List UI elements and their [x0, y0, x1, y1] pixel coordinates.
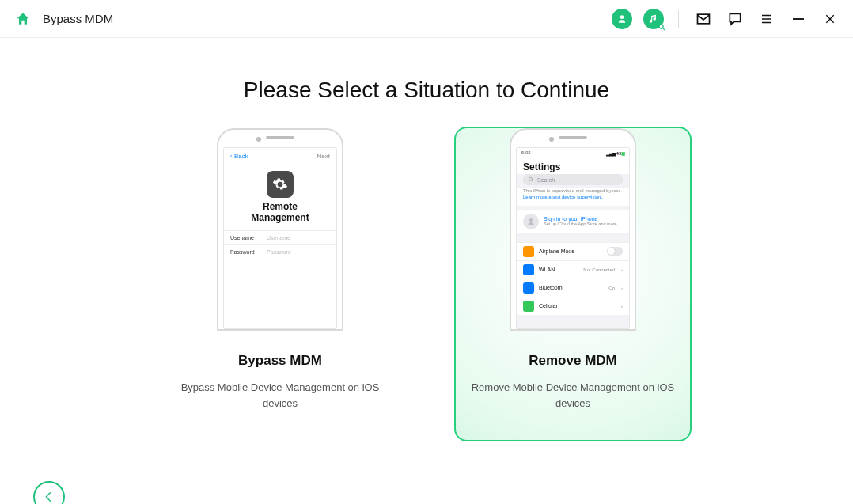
avatar-icon — [523, 214, 539, 229]
music-icon[interactable] — [643, 9, 664, 29]
titlebar-right — [612, 9, 840, 29]
toggle-icon — [607, 247, 623, 256]
card-title: Remove MDM — [529, 353, 616, 369]
card-desc: Remove Mobile Device Management on iOS d… — [465, 380, 681, 411]
home-icon[interactable] — [13, 9, 33, 29]
sign-in-row: Sign in to your iPhone Set up iCloud the… — [517, 210, 629, 233]
close-button[interactable] — [820, 9, 840, 29]
supervised-text: This iPhon is supervised and managed by … — [517, 188, 629, 206]
card-remove-mdm[interactable]: 5:02 ▂▃▅ 4G ▮▮ Settings Search This iPho… — [454, 127, 692, 441]
minimize-button[interactable] — [788, 9, 809, 29]
card-bypass-mdm[interactable]: ‹ Back Next RemoteManagement Usename Use… — [161, 127, 399, 441]
page-title: Bypass MDM — [43, 12, 113, 25]
svg-line-1 — [663, 28, 665, 30]
feedback-icon[interactable] — [725, 9, 745, 29]
svg-line-4 — [532, 180, 533, 182]
remote-management-title: RemoteManagement — [224, 201, 336, 224]
row-wlan: WLANNot Connected › — [517, 260, 629, 279]
settings-search: Search — [523, 174, 623, 185]
row-cellular: Cellular› — [517, 297, 629, 315]
phone-preview-remove: 5:02 ▂▃▅ 4G ▮▮ Settings Search This iPho… — [510, 128, 636, 342]
mail-icon[interactable] — [693, 9, 714, 29]
menu-icon[interactable] — [756, 9, 777, 29]
main-heading: Please Select a Situation to Continue — [0, 78, 853, 103]
username-field: Usename Usename — [224, 230, 336, 244]
svg-point-0 — [659, 25, 663, 28]
phone-back-label: ‹ Back — [230, 153, 248, 160]
row-airplane: Airplane Mode — [517, 242, 629, 260]
main: Please Select a Situation to Continue ‹ … — [0, 38, 853, 441]
card-desc: Bypass Mobile Device Management on iOS d… — [172, 380, 388, 411]
row-bluetooth: BluetoothOn › — [517, 279, 629, 297]
titlebar-divider — [678, 10, 679, 28]
svg-point-3 — [529, 177, 532, 180]
phone-preview-bypass: ‹ Back Next RemoteManagement Usename Use… — [217, 128, 343, 342]
phone-next-label: Next — [317, 153, 330, 160]
status-bar: 5:02 ▂▃▅ 4G ▮▮ — [517, 148, 629, 158]
gear-icon — [267, 171, 294, 198]
back-button[interactable] — [33, 481, 65, 504]
titlebar-left: Bypass MDM — [13, 9, 113, 29]
titlebar: Bypass MDM — [0, 0, 853, 38]
cards: ‹ Back Next RemoteManagement Usename Use… — [0, 127, 853, 441]
settings-heading: Settings — [517, 158, 629, 174]
password-field: Password Password — [224, 244, 336, 259]
account-icon[interactable] — [612, 9, 632, 29]
card-title: Bypass MDM — [238, 353, 322, 369]
